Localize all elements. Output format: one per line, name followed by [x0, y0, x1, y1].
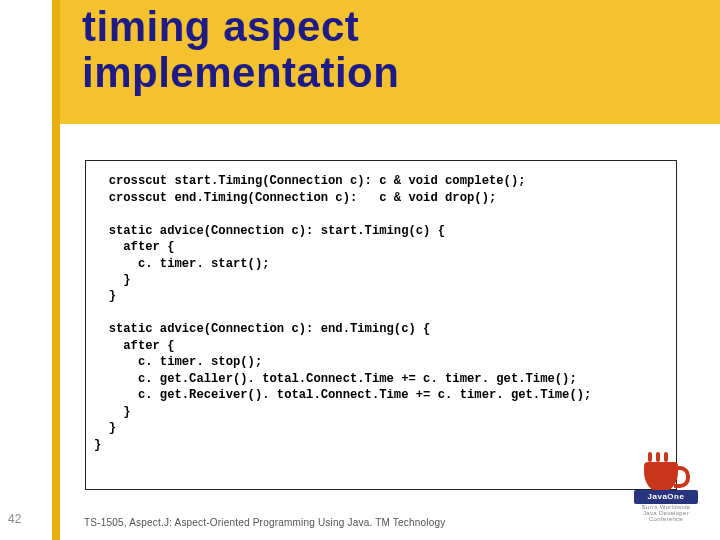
slide-number: 42: [8, 512, 21, 526]
logo-sub-text: Sun's Worldwide Java Developer Conferenc…: [634, 504, 698, 522]
left-margin: [0, 0, 52, 540]
cup-icon: [644, 462, 678, 492]
title-line-1: timing aspect: [82, 3, 359, 50]
title-band: timing aspect implementation: [60, 0, 720, 124]
logo-band-text: JavaOne: [634, 490, 698, 504]
footer-text: TS-1505, Aspect.J: Aspect-Oriented Progr…: [84, 517, 445, 528]
steam-icon: [648, 452, 652, 462]
code-block: crosscut start.Timing(Connection c): c &…: [85, 160, 677, 490]
slide-title: timing aspect implementation: [82, 4, 700, 96]
javaone-logo: JavaOne Sun's Worldwide Java Developer C…: [634, 456, 698, 510]
left-accent-bar: [52, 0, 60, 540]
title-line-2: implementation: [82, 49, 399, 96]
